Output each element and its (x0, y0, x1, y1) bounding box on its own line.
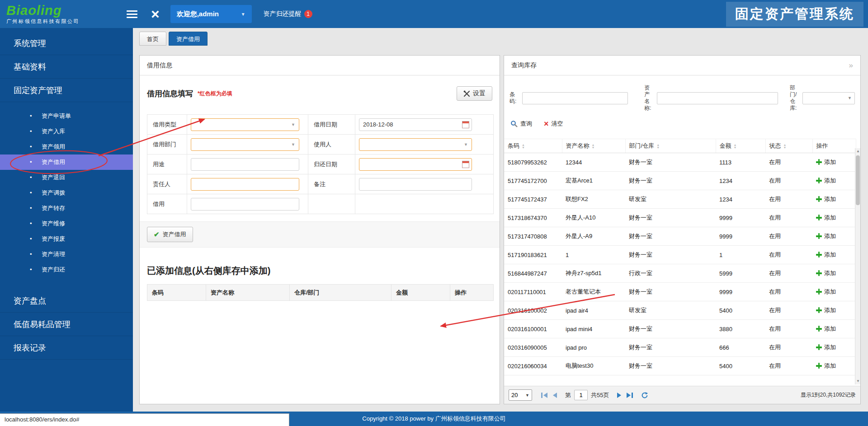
add-button[interactable]: 添加 (816, 232, 836, 240)
added-column-header[interactable]: 仓库/部门 (290, 285, 392, 301)
current-page-input[interactable] (574, 390, 588, 400)
plus-icon (816, 326, 822, 332)
inventory-cell: 517190183621 (504, 246, 562, 264)
user-select[interactable]: ▼ (359, 138, 472, 151)
sidebar-item[interactable]: •资产申请单 (0, 108, 133, 124)
calendar-icon[interactable] (462, 161, 469, 168)
plus-icon (816, 178, 822, 183)
inventory-cell: 宏基Arce1 (562, 172, 625, 190)
sidebar-item[interactable]: •资产入库 (0, 124, 133, 139)
sort-icon[interactable]: ▲▼ (656, 144, 660, 149)
inventory-cell: 在用 (765, 338, 812, 357)
add-button[interactable]: 添加 (816, 251, 836, 259)
add-button[interactable]: 添加 (816, 158, 836, 166)
add-button[interactable]: 添加 (816, 306, 836, 314)
inventory-column-header[interactable]: 条码▲▼ (504, 139, 562, 153)
inventory-column-header[interactable]: 状态▲▼ (765, 139, 812, 153)
user-menu-button[interactable]: 欢迎您,admin ▼ (170, 5, 252, 23)
refresh-button[interactable] (641, 392, 648, 399)
add-button[interactable]: 添加 (816, 362, 836, 370)
inventory-cell: 1234 (716, 190, 765, 209)
asset-name-search-input[interactable] (657, 92, 778, 104)
scroll-up-icon[interactable]: ▲ (855, 148, 861, 154)
sort-icon[interactable]: ▲▼ (734, 144, 737, 149)
calendar-icon[interactable] (462, 121, 469, 128)
borrow-date-input[interactable] (359, 118, 472, 131)
sidebar-section[interactable]: 固定资产管理 (0, 79, 133, 102)
add-button[interactable]: 添加 (816, 214, 836, 222)
purpose-input[interactable] (191, 158, 299, 171)
dept-search-select[interactable]: ▼ (802, 92, 855, 104)
sidebar-item[interactable]: •资产转存 (0, 201, 133, 216)
sidebar-section[interactable]: 报表记录 (0, 336, 133, 360)
sidebar-section[interactable]: 基础资料 (0, 55, 133, 79)
return-date-input[interactable] (359, 158, 472, 171)
scrollbar-thumb[interactable] (856, 155, 860, 205)
scroll-down-icon[interactable]: ▼ (855, 378, 861, 384)
purpose-label: 用途 (147, 154, 187, 174)
page-size-select[interactable]: 20 ▼ (509, 389, 532, 401)
add-button[interactable]: 添加 (816, 325, 836, 333)
add-button[interactable]: 添加 (816, 195, 836, 203)
inventory-cell: 行政一室 (625, 264, 716, 283)
sort-icon[interactable]: ▲▼ (592, 144, 595, 149)
sidebar-item[interactable]: •资产维修 (0, 216, 133, 231)
sidebar-item[interactable]: •资产退回 (0, 170, 133, 185)
inventory-column-header[interactable]: 部门/仓库▲▼ (625, 139, 716, 153)
remark-input[interactable] (359, 178, 472, 191)
prev-page-button[interactable] (553, 393, 557, 398)
inventory-action-cell: 添加 (812, 264, 856, 283)
add-button[interactable]: 添加 (816, 177, 836, 185)
add-label: 添加 (824, 195, 836, 203)
added-column-header[interactable]: 操作 (450, 285, 494, 301)
sidebar-section[interactable]: 低值易耗品管理 (0, 313, 133, 336)
barcode-search-input[interactable] (522, 92, 628, 104)
next-page-button[interactable] (617, 393, 621, 398)
system-title: 固定资产管理系统 (726, 2, 863, 27)
added-column-header[interactable]: 金额 (392, 285, 450, 301)
sidebar-item[interactable]: •资产借用 (0, 154, 133, 170)
return-reminder-link[interactable]: 资产归还提醒 1 (264, 10, 312, 18)
inventory-column-header[interactable]: 资产名称▲▼ (562, 139, 625, 153)
collapse-panel-icon[interactable]: » (849, 56, 853, 75)
inventory-cell: 517317470808 (504, 227, 562, 246)
last-page-button[interactable] (627, 393, 633, 398)
settings-button[interactable]: 设置 (457, 86, 492, 101)
inventory-cell: 老古董笔记本 (562, 283, 625, 301)
sidebar-item[interactable]: •资产领用 (0, 139, 133, 154)
add-button[interactable]: 添加 (816, 343, 836, 351)
sidebar-item[interactable]: •资产清理 (0, 247, 133, 262)
first-page-button[interactable] (541, 393, 547, 398)
tab-asset-borrow[interactable]: 资产借用 (169, 32, 208, 46)
total-pages-label: 共55页 (591, 391, 609, 399)
inventory-cell: 516844987247 (504, 264, 562, 283)
inventory-cell: 财务一室 (625, 283, 716, 301)
tab-home[interactable]: 首页 (139, 32, 166, 46)
borrow-dept-select[interactable]: ▼ (191, 138, 299, 151)
borrow-input[interactable] (191, 198, 299, 211)
sidebar-item[interactable]: •资产调拨 (0, 185, 133, 201)
clear-button[interactable]: × 清空 (544, 120, 563, 128)
sidebar-item[interactable]: •资产报废 (0, 231, 133, 247)
responsible-input[interactable] (191, 178, 299, 191)
inventory-column-header[interactable]: 操作 (812, 139, 856, 153)
sidebar-section[interactable]: 系统管理 (0, 32, 133, 55)
table-scrollbar[interactable]: ▲ ▼ (855, 148, 860, 384)
borrow-type-select[interactable]: ▼ (191, 118, 299, 131)
sort-icon[interactable]: ▲▼ (783, 144, 787, 149)
close-icon[interactable]: × (151, 7, 160, 21)
company-logo[interactable]: Biaoling 广州标领信息科技有限公司 (6, 4, 119, 25)
sidebar-section[interactable]: 资产盘点 (0, 289, 133, 313)
chevron-down-icon: ▼ (241, 12, 245, 17)
add-button[interactable]: 添加 (816, 288, 836, 296)
sort-icon[interactable]: ▲▼ (522, 144, 525, 149)
menu-toggle-icon[interactable] (127, 9, 137, 20)
asset-borrow-submit-button[interactable]: ✔ 资产借用 (147, 227, 193, 242)
added-column-header[interactable]: 条码 (147, 285, 206, 301)
add-button[interactable]: 添加 (816, 269, 836, 277)
bullet-icon: • (30, 154, 32, 170)
added-column-header[interactable]: 资产名称 (206, 285, 290, 301)
query-button[interactable]: 查询 (510, 120, 532, 128)
sidebar-item[interactable]: •资产归还 (0, 262, 133, 277)
inventory-column-header[interactable]: 金额▲▼ (716, 139, 765, 153)
